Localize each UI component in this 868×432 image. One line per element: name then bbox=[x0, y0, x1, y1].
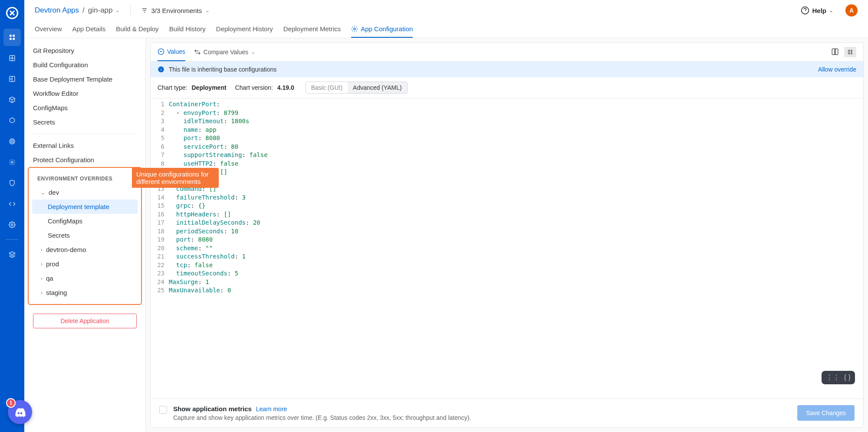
code-toggle-icon[interactable] bbox=[844, 47, 856, 57]
env-dev-deployment-template[interactable]: Deployment template bbox=[32, 200, 138, 214]
editor-mode-toggle: Basic (GUI) Advanced (YAML) bbox=[306, 82, 408, 94]
env-staging[interactable]: ›staging bbox=[29, 285, 141, 300]
svg-rect-3 bbox=[10, 38, 12, 40]
sidebar-protect-configuration[interactable]: Protect Configuration bbox=[24, 153, 145, 167]
help-button[interactable]: Help ⌄ bbox=[801, 6, 833, 15]
chart-info-bar: Chart type: Deployment Chart version: 4.… bbox=[151, 77, 863, 98]
chevron-right-icon: › bbox=[41, 290, 43, 296]
overrides-annotation: Unique configurations for different envi… bbox=[132, 168, 219, 188]
svg-rect-4 bbox=[13, 38, 15, 40]
sidebar-workflow-editor[interactable]: Workflow Editor bbox=[24, 86, 145, 101]
tab-app-configuration[interactable]: App Configuration bbox=[351, 21, 413, 38]
rail-layers-icon[interactable] bbox=[3, 246, 21, 263]
save-changes-button[interactable]: Save Changes bbox=[797, 405, 855, 421]
chevron-down-icon: ⌄ bbox=[829, 7, 833, 13]
sidebar-secrets[interactable]: Secrets bbox=[24, 115, 145, 129]
tab-overview[interactable]: Overview bbox=[35, 21, 62, 38]
topbar: Devtron Apps / gin-app⌄ 3/3 Environments… bbox=[24, 0, 868, 21]
svg-point-11 bbox=[11, 224, 13, 226]
breadcrumb-current[interactable]: gin-app⌄ bbox=[88, 6, 120, 15]
sidebar-git-repository[interactable]: Git Repository bbox=[24, 43, 145, 58]
env-dev[interactable]: ⌄dev bbox=[29, 185, 141, 200]
chart-type-label: Chart type: bbox=[158, 84, 187, 91]
chevron-right-icon: › bbox=[41, 247, 43, 253]
svg-point-10 bbox=[11, 161, 13, 163]
rail-code-icon[interactable] bbox=[3, 195, 21, 213]
compare-values-tab[interactable]: Compare Values ⌄ bbox=[194, 43, 255, 61]
metrics-description: Capture and show key application metrics… bbox=[173, 414, 471, 421]
show-metrics-title: Show application metrics bbox=[173, 405, 252, 412]
chevron-down-icon: ⌄ bbox=[205, 7, 210, 13]
values-tab[interactable]: Values bbox=[158, 43, 185, 61]
content-area: Values Compare Values ⌄ bbox=[146, 38, 868, 432]
gear-icon bbox=[351, 26, 358, 33]
delete-application-button[interactable]: Delete Application bbox=[33, 314, 137, 328]
sidebar-configmaps[interactable]: ConfigMaps bbox=[24, 101, 145, 115]
config-sidebar: Git Repository Build Configuration Base … bbox=[24, 38, 146, 432]
chevron-down-icon: ⌄ bbox=[41, 190, 45, 196]
breadcrumb-root[interactable]: Devtron Apps bbox=[35, 6, 79, 15]
chevron-right-icon: › bbox=[41, 261, 43, 267]
environment-overrides-header: ENVIRONMENT OVERRIDES bbox=[29, 170, 141, 185]
env-devtron-demo[interactable]: ›devtron-demo bbox=[29, 242, 141, 257]
env-dev-configmaps[interactable]: ConfigMaps bbox=[29, 214, 141, 228]
tab-deployment-metrics[interactable]: Deployment Metrics bbox=[283, 21, 341, 38]
yaml-editor[interactable]: 1234567891213141516171819202122232425 Co… bbox=[151, 98, 863, 399]
rail-target-icon[interactable] bbox=[3, 133, 21, 150]
rail-grid-icon[interactable] bbox=[3, 49, 21, 67]
user-avatar[interactable]: A bbox=[845, 4, 858, 16]
help-icon bbox=[801, 6, 809, 15]
rail-window-icon[interactable] bbox=[3, 70, 21, 88]
chart-version-value: 4.19.0 bbox=[277, 84, 294, 91]
rail-cube-icon[interactable] bbox=[3, 112, 21, 129]
rail-settings-icon[interactable] bbox=[3, 216, 21, 233]
tab-build-history[interactable]: Build History bbox=[169, 21, 206, 38]
env-dev-secrets[interactable]: Secrets bbox=[29, 228, 141, 242]
panel-tabs: Values Compare Values ⌄ bbox=[151, 43, 863, 62]
rail-shield-icon[interactable] bbox=[3, 174, 21, 192]
tab-build-deploy[interactable]: Build & Deploy bbox=[116, 21, 158, 38]
environment-overrides: Unique configurations for different envi… bbox=[28, 167, 142, 305]
chevron-down-icon: ⌄ bbox=[115, 7, 120, 13]
svg-point-9 bbox=[12, 141, 12, 141]
env-prod[interactable]: ›prod bbox=[29, 257, 141, 271]
code-content[interactable]: ContainerPort: - envoyPort: 8799 idleTim… bbox=[169, 98, 863, 399]
svg-point-13 bbox=[354, 28, 355, 30]
drag-handle-icon[interactable]: ⋮⋮ bbox=[826, 373, 840, 382]
discord-badge: 1 bbox=[6, 398, 16, 408]
tab-deployment-history[interactable]: Deployment History bbox=[216, 21, 273, 38]
environments-filter[interactable]: 3/3 Environments ⌄ bbox=[141, 7, 210, 14]
show-metrics-checkbox[interactable] bbox=[159, 406, 167, 414]
rail-apps-icon[interactable] bbox=[3, 29, 21, 46]
advanced-yaml-button[interactable]: Advanced (YAML) bbox=[348, 82, 407, 93]
book-icon[interactable] bbox=[831, 48, 839, 56]
chart-type-value: Deployment bbox=[191, 84, 226, 91]
chevron-right-icon: › bbox=[41, 275, 43, 281]
braces-icon[interactable]: { } bbox=[844, 373, 851, 382]
allow-override-button[interactable]: Allow override bbox=[818, 66, 856, 73]
rail-gear-icon[interactable] bbox=[3, 154, 21, 171]
basic-gui-button[interactable]: Basic (GUI) bbox=[306, 82, 348, 93]
learn-more-link[interactable]: Learn more bbox=[256, 406, 287, 412]
discord-button[interactable]: 1 bbox=[8, 400, 32, 424]
compare-icon bbox=[194, 49, 201, 56]
values-icon bbox=[158, 48, 164, 55]
tab-app-details[interactable]: App Details bbox=[72, 21, 106, 38]
sidebar-external-links[interactable]: External Links bbox=[24, 138, 145, 153]
config-panel: Values Compare Values ⌄ bbox=[150, 43, 864, 428]
app-tabs: Overview App Details Build & Deploy Buil… bbox=[24, 21, 868, 38]
info-icon bbox=[158, 66, 164, 73]
discord-icon bbox=[14, 406, 26, 418]
filter-icon bbox=[141, 7, 148, 14]
info-text: This file is inheriting base configurati… bbox=[169, 66, 276, 73]
sidebar-base-deployment-template[interactable]: Base Deployment Template bbox=[24, 72, 145, 86]
panel-footer: Show application metrics Learn more Capt… bbox=[151, 399, 863, 427]
env-qa[interactable]: ›qa bbox=[29, 271, 141, 285]
floating-toolbar[interactable]: ⋮⋮ { } bbox=[822, 371, 855, 384]
sidebar-build-configuration[interactable]: Build Configuration bbox=[24, 58, 145, 72]
chart-version-label: Chart version: bbox=[235, 84, 273, 91]
rail-package-icon[interactable] bbox=[3, 91, 21, 108]
left-rail bbox=[0, 0, 24, 432]
devtron-logo[interactable] bbox=[4, 5, 20, 21]
breadcrumb: Devtron Apps / gin-app⌄ bbox=[35, 6, 120, 15]
